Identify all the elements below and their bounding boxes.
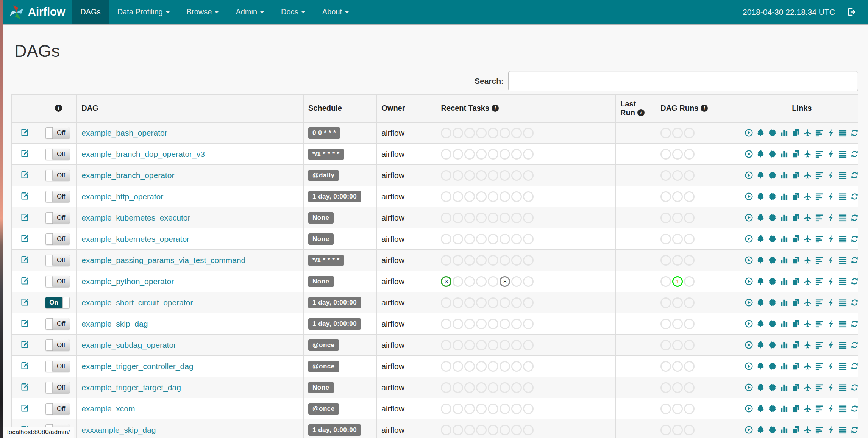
tree-view-icon[interactable] — [756, 150, 765, 158]
dag-name-link[interactable]: exxxample_skip_dag — [81, 425, 156, 434]
landing-times-icon[interactable] — [803, 235, 812, 243]
state-circle[interactable] — [476, 213, 487, 223]
landing-times-icon[interactable] — [803, 150, 812, 158]
gantt-view-icon[interactable] — [815, 171, 824, 180]
tree-view-icon[interactable] — [756, 425, 765, 434]
task-duration-icon[interactable] — [780, 128, 788, 137]
code-view-icon[interactable] — [827, 362, 835, 371]
state-circle[interactable] — [488, 382, 498, 393]
state-circle[interactable] — [672, 191, 683, 202]
state-circle[interactable] — [453, 319, 463, 329]
state-circle[interactable] — [441, 191, 451, 202]
state-circle[interactable] — [523, 297, 534, 308]
state-circle[interactable] — [500, 255, 510, 266]
state-circle[interactable] — [441, 361, 451, 372]
graph-view-icon[interactable] — [768, 404, 777, 413]
dag-name-link[interactable]: example_passing_params_via_test_command — [81, 256, 245, 264]
logs-icon[interactable] — [838, 150, 847, 158]
edit-dag-icon[interactable] — [20, 297, 30, 307]
task-tries-icon[interactable] — [792, 362, 800, 371]
edit-dag-icon[interactable] — [20, 191, 30, 200]
gantt-view-icon[interactable] — [815, 256, 824, 264]
code-view-icon[interactable] — [827, 192, 835, 201]
code-view-icon[interactable] — [827, 277, 835, 286]
state-circle[interactable] — [441, 297, 451, 308]
refresh-icon[interactable] — [850, 213, 859, 222]
state-circle[interactable] — [488, 191, 498, 202]
code-view-icon[interactable] — [827, 341, 835, 349]
state-circle[interactable]: 3 — [441, 276, 451, 287]
logs-icon[interactable] — [838, 128, 847, 137]
gantt-view-icon[interactable] — [815, 150, 824, 158]
state-circle[interactable] — [511, 213, 522, 223]
state-circle[interactable] — [684, 170, 695, 181]
dag-pause-toggle[interactable]: Off — [45, 318, 70, 330]
state-circle[interactable] — [523, 170, 534, 181]
state-circle[interactable] — [523, 213, 534, 223]
landing-times-icon[interactable] — [803, 128, 812, 137]
gantt-view-icon[interactable] — [815, 128, 824, 137]
state-circle[interactable] — [672, 382, 683, 393]
tree-view-icon[interactable] — [756, 341, 765, 349]
task-tries-icon[interactable] — [792, 171, 800, 180]
trigger-dag-icon[interactable] — [745, 298, 753, 307]
graph-view-icon[interactable] — [768, 425, 777, 434]
tree-view-icon[interactable] — [756, 128, 765, 137]
state-circle[interactable] — [453, 340, 463, 350]
code-view-icon[interactable] — [827, 298, 835, 307]
refresh-icon[interactable] — [850, 362, 859, 371]
state-circle[interactable] — [453, 382, 463, 393]
landing-times-icon[interactable] — [803, 362, 812, 371]
edit-dag-icon[interactable] — [20, 255, 30, 264]
trigger-dag-icon[interactable] — [745, 171, 753, 180]
dag-name-link[interactable]: example_subdag_operator — [81, 341, 176, 349]
task-tries-icon[interactable] — [792, 256, 800, 264]
state-circle[interactable] — [523, 234, 534, 244]
state-circle[interactable] — [453, 297, 463, 308]
trigger-dag-icon[interactable] — [745, 192, 753, 201]
dag-pause-toggle[interactable]: Off — [45, 212, 70, 224]
edit-dag-icon[interactable] — [20, 170, 30, 179]
nav-item-browse[interactable]: Browse — [178, 0, 228, 24]
graph-view-icon[interactable] — [768, 128, 777, 137]
state-circle[interactable] — [523, 361, 534, 372]
code-view-icon[interactable] — [827, 213, 835, 222]
logs-icon[interactable] — [838, 362, 847, 371]
trigger-dag-icon[interactable] — [745, 404, 753, 413]
state-circle[interactable] — [684, 255, 695, 266]
state-circle[interactable] — [511, 340, 522, 350]
state-circle[interactable] — [476, 404, 487, 414]
state-circle[interactable] — [441, 213, 451, 223]
state-circle[interactable] — [464, 149, 475, 160]
state-circle[interactable] — [464, 191, 475, 202]
task-tries-icon[interactable] — [792, 404, 800, 413]
trigger-dag-icon[interactable] — [745, 128, 753, 137]
edit-dag-icon[interactable] — [20, 340, 30, 349]
code-view-icon[interactable] — [827, 256, 835, 264]
state-circle[interactable] — [684, 404, 695, 414]
refresh-icon[interactable] — [850, 383, 859, 392]
state-circle[interactable] — [488, 361, 498, 372]
state-circle[interactable] — [672, 361, 683, 372]
state-circle[interactable] — [476, 149, 487, 160]
state-circle[interactable] — [441, 404, 451, 414]
edit-dag-icon[interactable] — [20, 213, 30, 222]
state-circle[interactable] — [500, 361, 510, 372]
graph-view-icon[interactable] — [768, 341, 777, 349]
trigger-dag-icon[interactable] — [745, 235, 753, 243]
trigger-dag-icon[interactable] — [745, 362, 753, 371]
task-tries-icon[interactable] — [792, 213, 800, 222]
state-circle[interactable] — [464, 361, 475, 372]
nav-item-data-profiling[interactable]: Data Profiling — [109, 0, 178, 24]
state-circle[interactable] — [511, 361, 522, 372]
state-circle[interactable] — [488, 170, 498, 181]
graph-view-icon[interactable] — [768, 362, 777, 371]
trigger-dag-icon[interactable] — [745, 150, 753, 158]
tree-view-icon[interactable] — [756, 298, 765, 307]
state-circle[interactable] — [453, 425, 463, 435]
task-tries-icon[interactable] — [792, 150, 800, 158]
state-circle[interactable] — [500, 128, 510, 138]
state-circle[interactable] — [453, 234, 463, 244]
state-circle[interactable] — [511, 149, 522, 160]
task-tries-icon[interactable] — [792, 341, 800, 349]
